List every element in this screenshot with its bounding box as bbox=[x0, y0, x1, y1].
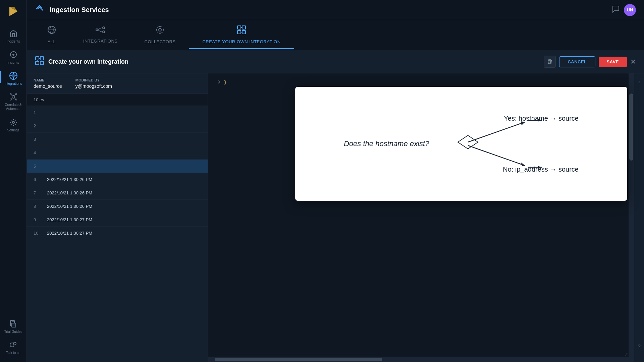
modified-label: MODIFIED BY bbox=[75, 78, 112, 82]
sidebar-integrations-label: Integrations bbox=[4, 82, 22, 85]
table-row[interactable]: 10 2022/10/21 1:30:27 PM bbox=[27, 227, 208, 240]
main-content: Ingestion Services UN ALL bbox=[27, 0, 644, 362]
svg-point-23 bbox=[13, 342, 16, 345]
modified-field: MODIFIED BY y@moogsoft.com bbox=[75, 78, 112, 89]
sidebar-incidents-label: Incidents bbox=[6, 40, 20, 43]
sidebar-talk-label: Talk to us bbox=[6, 351, 20, 355]
v-scrollbar-thumb[interactable] bbox=[629, 94, 633, 161]
sidebar-item-trial-guides[interactable]: Trial Guides bbox=[4, 316, 22, 337]
tab-collectors[interactable]: COLLECTORS bbox=[131, 21, 189, 49]
sidebar-bottom: Trial Guides Talk to us bbox=[4, 316, 22, 358]
panel-body: NAME demo_source MODIFIED BY y@moogsoft.… bbox=[27, 73, 644, 362]
svg-point-34 bbox=[159, 26, 161, 27]
settings-icon bbox=[9, 118, 18, 127]
svg-rect-47 bbox=[40, 61, 44, 65]
horizontal-scrollbar[interactable] bbox=[208, 357, 629, 362]
resize-handle[interactable]: ⤢ bbox=[625, 352, 628, 357]
sidebar-correlate-label: Correlate & Automate bbox=[0, 103, 26, 111]
table-area: NAME demo_source MODIFIED BY y@moogsoft.… bbox=[27, 73, 208, 362]
collectors-icon bbox=[155, 25, 165, 37]
events-count: 10 ev bbox=[27, 94, 208, 106]
talk-icon bbox=[8, 340, 18, 350]
table-row[interactable]: 9 2022/10/21 1:30:27 PM bbox=[27, 213, 208, 227]
table-row[interactable]: 2 bbox=[27, 119, 208, 133]
collapse-arrow[interactable]: ‹ bbox=[638, 79, 640, 85]
sidebar-item-correlate[interactable]: Correlate & Automate bbox=[0, 89, 26, 114]
sidebar: Incidents Insights Integrations bbox=[0, 0, 27, 362]
integrations-icon bbox=[9, 71, 18, 80]
svg-point-10 bbox=[12, 96, 15, 98]
svg-point-29 bbox=[103, 31, 105, 33]
table-row[interactable]: 8 2022/10/21 1:30:26 PM bbox=[27, 200, 208, 213]
tab-integrations-label: INTEGRATIONS bbox=[83, 39, 118, 44]
svg-rect-39 bbox=[242, 31, 246, 34]
table-row[interactable]: 3 bbox=[27, 133, 208, 146]
panel-header: Create your own Integration CANCEL SAVE … bbox=[27, 50, 644, 73]
table-row[interactable]: 1 bbox=[27, 106, 208, 119]
tab-all[interactable]: ALL bbox=[34, 21, 70, 49]
svg-point-14 bbox=[15, 99, 17, 100]
svg-rect-44 bbox=[36, 57, 39, 60]
integrations-tab-icon bbox=[96, 26, 105, 36]
svg-line-15 bbox=[11, 95, 12, 96]
vertical-scrollbar[interactable] bbox=[629, 73, 634, 362]
sidebar-trial-label: Trial Guides bbox=[4, 330, 22, 334]
code-line: 9 } bbox=[213, 79, 629, 86]
save-button[interactable]: SAVE bbox=[599, 57, 627, 67]
svg-line-17 bbox=[11, 98, 12, 99]
svg-point-30 bbox=[159, 28, 161, 31]
svg-line-16 bbox=[14, 95, 15, 96]
content-area: Create your own Integration CANCEL SAVE … bbox=[27, 50, 644, 362]
help-button[interactable]: ? bbox=[638, 344, 641, 350]
svg-line-18 bbox=[14, 98, 15, 99]
panel-header-icon bbox=[35, 56, 44, 67]
svg-rect-46 bbox=[36, 61, 39, 65]
close-button[interactable]: ✕ bbox=[630, 58, 636, 66]
app-logo[interactable] bbox=[6, 4, 21, 19]
table-row-selected[interactable]: 5 bbox=[27, 160, 208, 173]
svg-point-31 bbox=[157, 26, 163, 33]
panel-actions: CANCEL SAVE ✕ bbox=[544, 56, 636, 68]
cancel-button[interactable]: CANCEL bbox=[559, 56, 595, 67]
sidebar-insights-label: Insights bbox=[7, 61, 19, 64]
diagram-overlay: Does the hostname exist? Yes: hostname →… bbox=[295, 87, 627, 201]
table-row[interactable]: 7 2022/10/21 1:30:26 PM bbox=[27, 186, 208, 200]
svg-point-35 bbox=[159, 33, 161, 34]
sidebar-settings-label: Settings bbox=[7, 128, 19, 132]
sidebar-item-integrations[interactable]: Integrations bbox=[0, 68, 26, 89]
tab-integrations[interactable]: INTEGRATIONS bbox=[70, 22, 131, 48]
incidents-icon bbox=[9, 29, 18, 38]
tab-collectors-label: COLLECTORS bbox=[145, 39, 176, 44]
tab-all-label: ALL bbox=[48, 39, 56, 44]
modified-value: y@moogsoft.com bbox=[75, 83, 112, 89]
table-row[interactable]: 4 bbox=[27, 146, 208, 160]
all-icon bbox=[47, 25, 56, 37]
nav-tabs: ALL INTEGRATIONS bbox=[27, 20, 644, 50]
code-area: 9 } bbox=[208, 73, 634, 362]
svg-rect-21 bbox=[12, 323, 16, 327]
right-panel-toggle: ‹ ? bbox=[634, 73, 644, 362]
table-row[interactable]: 6 2022/10/21 1:30:26 PM bbox=[27, 173, 208, 186]
diagram-yes: Yes: hostname → source bbox=[504, 115, 579, 122]
h-scrollbar-thumb[interactable] bbox=[215, 358, 382, 361]
integration-panel: Create your own Integration CANCEL SAVE … bbox=[27, 50, 644, 362]
svg-point-32 bbox=[156, 29, 157, 31]
svg-rect-45 bbox=[40, 57, 44, 60]
sidebar-item-incidents[interactable]: Incidents bbox=[0, 25, 26, 47]
svg-point-3 bbox=[12, 54, 14, 56]
svg-point-5 bbox=[12, 74, 15, 77]
sidebar-item-insights[interactable]: Insights bbox=[0, 47, 26, 68]
name-value: demo_source bbox=[34, 83, 62, 89]
name-field: NAME demo_source bbox=[34, 78, 62, 89]
correlate-icon bbox=[9, 92, 18, 102]
chat-icon[interactable] bbox=[612, 5, 620, 15]
svg-rect-38 bbox=[237, 31, 241, 34]
tab-create[interactable]: CREATE YOUR OWN INTEGRATION bbox=[189, 21, 294, 49]
delete-button[interactable] bbox=[544, 56, 556, 68]
app-title: Ingestion Services bbox=[50, 6, 109, 14]
tab-create-label: CREATE YOUR OWN INTEGRATION bbox=[202, 39, 280, 44]
sidebar-item-talk[interactable]: Talk to us bbox=[4, 337, 22, 358]
avatar[interactable]: UN bbox=[624, 4, 636, 16]
svg-point-19 bbox=[12, 121, 14, 123]
sidebar-item-settings[interactable]: Settings bbox=[0, 114, 26, 135]
